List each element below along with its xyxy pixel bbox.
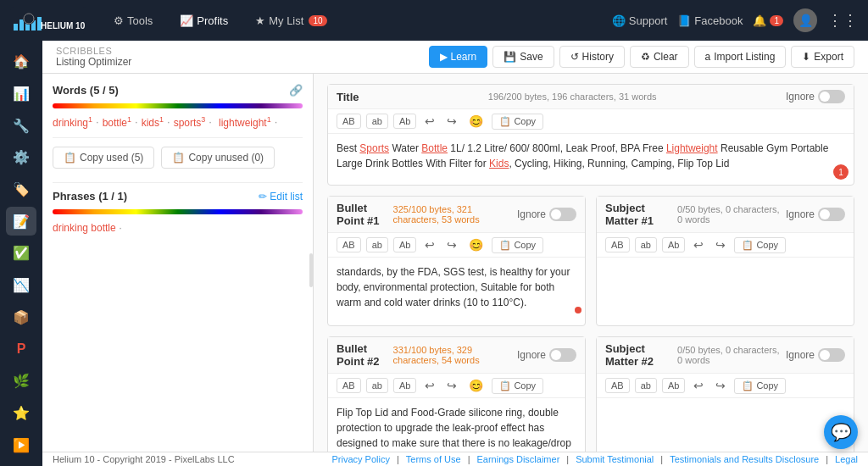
export-button[interactable]: ⬇ Export <box>791 46 854 68</box>
s2-format-ab-title[interactable]: Ab <box>662 378 685 393</box>
nav-tools[interactable]: ⚙ Tools <box>103 9 163 32</box>
b2-redo[interactable]: ↪ <box>443 377 460 394</box>
b2-format-ab-upper[interactable]: AB <box>337 378 361 393</box>
redo-button[interactable]: ↪ <box>443 113 460 130</box>
b1-format-ab-upper[interactable]: AB <box>337 237 361 252</box>
s1-redo[interactable]: ↪ <box>712 236 729 253</box>
b1-redo[interactable]: ↪ <box>443 236 460 253</box>
b2-emoji[interactable]: 😊 <box>465 377 487 394</box>
word-sports[interactable]: sports3 <box>174 115 206 129</box>
word-kids[interactable]: kids1 <box>142 115 164 129</box>
bullet1-toggle[interactable] <box>549 208 576 221</box>
subject2-toggle[interactable] <box>818 348 845 362</box>
s1-undo[interactable]: ↩ <box>690 236 707 253</box>
bullet1-copy-button[interactable]: 📋 Copy <box>492 237 543 253</box>
copy-buttons: 📋 Copy used (5) 📋 Copy unused (0) <box>53 137 303 169</box>
resize-handle[interactable] <box>309 253 313 287</box>
s1-format-ab-title[interactable]: Ab <box>662 237 685 252</box>
title-copy-button[interactable]: 📋 Copy <box>492 114 543 130</box>
footer-disclosure[interactable]: Testimonials and Results Disclosure <box>670 454 819 464</box>
title-field-content[interactable]: Best Sports Water Bottle 1L/ 1.2 Litre/ … <box>328 134 854 185</box>
save-button[interactable]: 💾 Save <box>492 46 554 68</box>
word-bottle[interactable]: bottle1 <box>103 115 131 129</box>
format-ab-title[interactable]: Ab <box>393 114 416 129</box>
footer-privacy[interactable]: Privacy Policy <box>332 454 390 464</box>
bullet1-ignore-label: Ignore <box>517 208 546 220</box>
edit-list-button[interactable]: ✏ Edit list <box>259 191 303 202</box>
bullet1-header: Bullet Point #1 325/100 bytes, 321 chara… <box>328 197 585 233</box>
subject1-toggle[interactable] <box>818 208 845 221</box>
s2-undo[interactable]: ↩ <box>690 377 707 394</box>
b1-undo[interactable]: ↩ <box>421 236 438 253</box>
bullet1-red-dot <box>575 307 581 313</box>
b1-emoji[interactable]: 😊 <box>465 236 487 253</box>
bullet1-row: Bullet Point #1 325/100 bytes, 321 chara… <box>327 196 854 326</box>
footer-legal[interactable]: Legal <box>835 454 858 464</box>
copy-icon: 📋 <box>499 116 511 127</box>
sidebar-gear[interactable]: ⚙️ <box>6 143 36 172</box>
learn-button[interactable]: ▶ Learn <box>429 46 488 68</box>
word-drinking[interactable]: drinking1 <box>53 115 92 129</box>
sidebar-tools2[interactable]: 🔧 <box>6 111 36 140</box>
chat-bubble[interactable]: 💬 <box>824 415 858 449</box>
b2-undo[interactable]: ↩ <box>421 377 438 394</box>
breadcrumb-title: SCRIBBLES <box>56 46 131 56</box>
nav-profits[interactable]: 📈 Profits <box>170 9 238 32</box>
emoji-button[interactable]: 😊 <box>465 113 487 130</box>
nav-facebook[interactable]: 📘 Facebook <box>677 14 743 27</box>
footer-earnings[interactable]: Earnings Disclaimer <box>476 454 559 464</box>
b2-format-ab-lower[interactable]: ab <box>366 378 388 393</box>
sidebar-star[interactable]: ⭐ <box>6 399 36 428</box>
subject1-content[interactable] <box>597 258 854 325</box>
subject2-ignore-label: Ignore <box>786 349 815 361</box>
word-lightweight[interactable]: lightweight1 <box>219 115 271 129</box>
footer-terms[interactable]: Terms of Use <box>406 454 461 464</box>
clear-button[interactable]: ♻ Clear <box>630 46 689 68</box>
title-toggle[interactable] <box>818 90 845 103</box>
sidebar-graph[interactable]: 📉 <box>6 271 36 300</box>
b1-format-ab-title[interactable]: Ab <box>393 237 416 252</box>
nav-notifications[interactable]: 🔔 1 <box>753 14 783 27</box>
s2-format-ab-upper[interactable]: AB <box>605 378 630 393</box>
format-ab-upper[interactable]: AB <box>337 114 361 129</box>
sidebar-leaf[interactable]: 🌿 <box>6 367 36 396</box>
bullet1-content[interactable]: standards, by the FDA, SGS test, is heal… <box>328 258 585 317</box>
format-ab-lower[interactable]: ab <box>366 114 388 129</box>
bullet2-field: Bullet Point #2 331/100 bytes, 329 chara… <box>327 336 586 466</box>
nav-mylist[interactable]: ★ My List 10 <box>245 9 337 32</box>
b2-format-ab-title[interactable]: Ab <box>393 378 416 393</box>
history-button[interactable]: ↺ History <box>559 46 625 68</box>
sidebar-home[interactable]: 🏠 <box>6 47 36 76</box>
sidebar-edit[interactable]: 📝 <box>6 207 36 236</box>
amazon-icon: a <box>705 51 711 63</box>
s1-format-ab-lower[interactable]: ab <box>635 237 657 252</box>
s2-format-ab-lower[interactable]: ab <box>635 378 657 393</box>
sidebar-box[interactable]: 📦 <box>6 303 36 332</box>
sidebar-check[interactable]: ✅ <box>6 239 36 268</box>
sidebar-tag[interactable]: 🏷️ <box>6 175 36 204</box>
footer-testimonial[interactable]: Submit Testimonial <box>576 454 654 464</box>
bullet2-copy-button[interactable]: 📋 Copy <box>492 378 543 394</box>
sidebar-chart[interactable]: 📊 <box>6 80 36 108</box>
b1-format-ab-lower[interactable]: ab <box>366 237 388 252</box>
word-lightweight-highlight: Lightweight <box>666 142 718 154</box>
copy-used-button[interactable]: 📋 Copy used (5) <box>53 147 154 169</box>
words-list: drinking1 · bottle1 · kids1 · sports3 · … <box>53 115 303 129</box>
import-button[interactable]: a Import Listing <box>694 46 787 68</box>
s1-format-ab-upper[interactable]: AB <box>605 237 630 252</box>
copy-unused-button[interactable]: 📋 Copy unused (0) <box>161 147 275 169</box>
undo-button[interactable]: ↩ <box>421 113 438 130</box>
subject2-copy-button[interactable]: 📋 Copy <box>734 378 786 394</box>
subject1-copy-button[interactable]: 📋 Copy <box>734 237 786 253</box>
footer-links: Privacy Policy | Terms of Use | Earnings… <box>332 454 859 464</box>
nav-support[interactable]: 🌐 Support <box>612 14 668 27</box>
avatar[interactable]: 👤 <box>793 8 817 32</box>
subject1-ignore: Ignore <box>786 208 845 221</box>
grid-icon[interactable]: ⋮⋮ <box>827 11 858 30</box>
s2-redo[interactable]: ↪ <box>712 377 729 394</box>
bullet1-label: Bullet Point #1 <box>337 202 393 227</box>
phrase-drinking-bottle[interactable]: drinking bottle <box>53 222 116 234</box>
sidebar-p[interactable]: P <box>6 335 36 363</box>
bullet2-toggle[interactable] <box>549 348 576 362</box>
sidebar-play[interactable]: ▶️ <box>6 430 36 459</box>
